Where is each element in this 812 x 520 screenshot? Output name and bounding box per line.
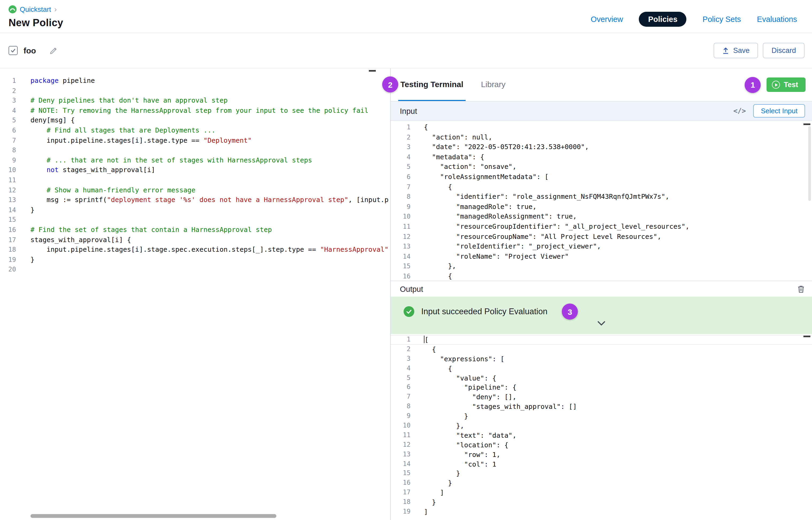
code-line: 17 ] bbox=[391, 488, 812, 498]
input-json-editor[interactable]: 1{2 "action": null,3 "date": "2022-05-05… bbox=[391, 121, 812, 281]
line-number: 16 bbox=[0, 225, 16, 235]
code-line: 12 "resourceGroupName": "All Project Lev… bbox=[391, 232, 812, 241]
line-number: 18 bbox=[391, 498, 410, 507]
save-upload-icon bbox=[722, 47, 729, 54]
line-number: 10 bbox=[391, 421, 410, 431]
nav-overview[interactable]: Overview bbox=[591, 15, 623, 24]
code-line: 6 # Find all stages that are Deployments… bbox=[0, 126, 390, 135]
line-number: 10 bbox=[391, 212, 410, 222]
clear-output-trash-icon[interactable] bbox=[797, 285, 805, 293]
line-number: 3 bbox=[391, 354, 410, 364]
line-number: 9 bbox=[391, 202, 410, 212]
code-line: 10 "managedRoleAssignment": true, bbox=[391, 212, 812, 222]
line-number: 17 bbox=[0, 235, 16, 245]
output-json-editor[interactable]: 1[2 {3 "expressions": [4 {5 "value": {6 … bbox=[391, 334, 812, 520]
code-line: 8 "identifier": "role_assignment_NsFQM43… bbox=[391, 192, 812, 202]
code-line: 3 "expressions": [ bbox=[391, 354, 812, 364]
testing-panel: Testing Terminal Library 2 1 Test Input … bbox=[391, 69, 812, 520]
code-line: 13 "row": 1, bbox=[391, 450, 812, 459]
line-number: 15 bbox=[0, 215, 16, 225]
line-number: 6 bbox=[391, 383, 410, 393]
code-line: 13 msg := sprintf("deployment stage '%s'… bbox=[0, 195, 390, 205]
code-line: 4 "metadata": { bbox=[391, 152, 812, 162]
save-button[interactable]: Save bbox=[714, 43, 758, 58]
tab-library[interactable]: Library bbox=[479, 69, 508, 101]
line-number: 13 bbox=[0, 195, 16, 205]
code-line: 10 not stages_with_approval[i] bbox=[0, 165, 390, 175]
code-line: 19] bbox=[391, 507, 812, 517]
success-check-icon bbox=[404, 306, 414, 317]
line-number: 6 bbox=[0, 126, 16, 135]
code-line: 6 "pipeline": { bbox=[391, 383, 812, 393]
nav-policies[interactable]: Policies bbox=[639, 12, 687, 27]
code-line: 7 { bbox=[391, 182, 812, 192]
input-section-header: Input </> Select Input bbox=[391, 102, 812, 121]
line-number: 14 bbox=[391, 459, 410, 469]
code-line: 15 } bbox=[391, 469, 812, 478]
line-number: 16 bbox=[391, 478, 410, 488]
code-line: 14} bbox=[0, 205, 390, 215]
line-number: 5 bbox=[391, 162, 410, 172]
breadcrumb-project-link[interactable]: Quickstart bbox=[20, 5, 51, 13]
code-line: 11 "text": "data", bbox=[391, 431, 812, 440]
code-line: 13 "roleIdentifier": "_project_viewer", bbox=[391, 241, 812, 252]
line-number: 3 bbox=[391, 142, 410, 152]
project-logo-icon bbox=[8, 5, 17, 13]
select-input-button[interactable]: Select Input bbox=[754, 104, 805, 118]
line-number: 11 bbox=[391, 431, 410, 440]
nav-evaluations[interactable]: Evaluations bbox=[757, 15, 797, 24]
chevron-down-icon[interactable] bbox=[597, 320, 606, 327]
nav-policy-sets[interactable]: Policy Sets bbox=[703, 15, 741, 24]
line-number: 1 bbox=[391, 335, 410, 345]
line-number: 11 bbox=[0, 175, 16, 185]
code-line: 12 # Show a human-friendly error message bbox=[0, 185, 390, 195]
line-number: 12 bbox=[391, 440, 410, 450]
code-line: 2 { bbox=[391, 345, 812, 354]
code-line: 5deny[msg] { bbox=[0, 116, 390, 126]
tabs-actions: 1 Test bbox=[745, 69, 807, 101]
header-left: Quickstart › New Policy bbox=[8, 4, 64, 29]
line-number: 4 bbox=[391, 152, 410, 162]
line-number: 10 bbox=[0, 165, 16, 175]
code-line: 11 bbox=[0, 175, 390, 185]
line-number: 4 bbox=[391, 364, 410, 373]
text-cursor bbox=[424, 336, 425, 343]
policy-identity: foo bbox=[8, 46, 58, 55]
line-number: 7 bbox=[391, 182, 410, 192]
line-number: 9 bbox=[0, 156, 16, 165]
line-number: 15 bbox=[391, 469, 410, 478]
code-line: 1[ bbox=[391, 335, 812, 345]
code-line: 4# NOTE: Try removing the HarnessApprova… bbox=[0, 106, 390, 116]
line-number: 13 bbox=[391, 241, 410, 252]
line-number: 12 bbox=[391, 232, 410, 241]
discard-label: Discard bbox=[771, 47, 796, 54]
status-text: Input succeeded Policy Evaluation bbox=[421, 307, 548, 316]
code-view-icon[interactable]: </> bbox=[733, 107, 746, 115]
code-line: 3# Deny pipelines that don't have an app… bbox=[0, 96, 390, 106]
code-line: 17stages_with_approval[i] { bbox=[0, 235, 390, 245]
chevron-right-icon: › bbox=[54, 5, 57, 13]
input-header-actions: </> Select Input bbox=[733, 104, 805, 118]
code-line: 20 bbox=[0, 265, 390, 275]
horizontal-scrollbar[interactable] bbox=[30, 514, 276, 518]
line-number: 14 bbox=[391, 252, 410, 261]
code-line: 14 "col": 1 bbox=[391, 459, 812, 469]
testing-tabs: Testing Terminal Library 2 1 Test bbox=[391, 69, 812, 102]
edit-name-icon[interactable] bbox=[49, 46, 58, 55]
tab-testing-terminal[interactable]: Testing Terminal bbox=[398, 69, 465, 101]
policy-code-editor[interactable]: 1package pipeline23# Deny pipelines that… bbox=[0, 69, 391, 520]
policy-name: foo bbox=[24, 46, 36, 55]
code-line: 3 "date": "2022-05-05T20:41:23.538+0000"… bbox=[391, 142, 812, 152]
discard-button[interactable]: Discard bbox=[763, 43, 805, 58]
code-line: 5 "action": "onsave", bbox=[391, 162, 812, 172]
code-line: 18 } bbox=[391, 498, 812, 507]
code-line: 11 "resourceGroupIdentifier": "_all_proj… bbox=[391, 222, 812, 232]
code-line: 4 { bbox=[391, 364, 812, 373]
line-number: 5 bbox=[0, 116, 16, 126]
code-line: 8 "stages_with_approval": [] bbox=[391, 402, 812, 412]
vertical-scrollbar[interactable] bbox=[808, 126, 811, 201]
test-button[interactable]: Test bbox=[766, 77, 806, 92]
code-line: 9 # ... that are not in the set of stage… bbox=[0, 156, 390, 165]
code-line: 15 }, bbox=[391, 262, 812, 271]
annotation-badge-1: 1 bbox=[745, 77, 761, 93]
